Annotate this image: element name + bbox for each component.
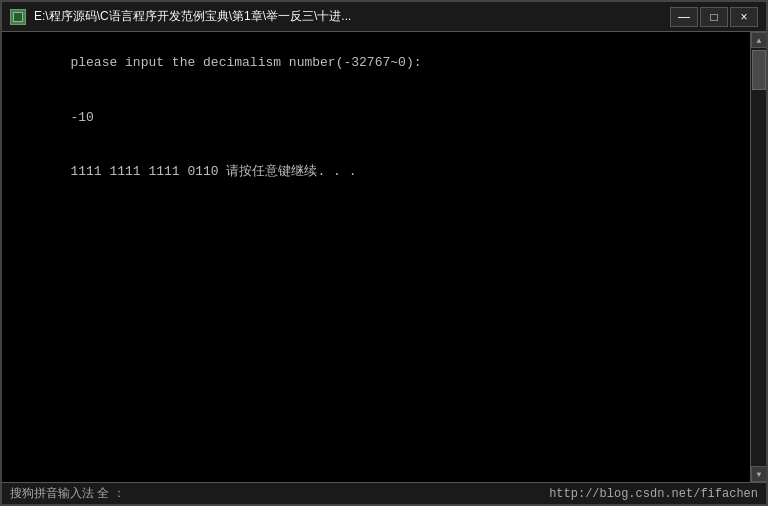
statusbar-ime: 搜狗拼音输入法 全 ： xyxy=(10,485,549,502)
titlebar: E:\程序源码\C语言程序开发范例宝典\第1章\举一反三\十进... — □ × xyxy=(2,2,766,32)
window-icon xyxy=(10,9,26,25)
minimize-button[interactable]: — xyxy=(670,7,698,27)
scrollbar-track xyxy=(751,48,766,466)
content-area: please input the decimalism number(-3276… xyxy=(2,32,766,482)
statusbar: 搜狗拼音输入法 全 ： http://blog.csdn.net/fifache… xyxy=(2,482,766,504)
window-icon-inner xyxy=(13,12,23,22)
window-title: E:\程序源码\C语言程序开发范例宝典\第1章\举一反三\十进... xyxy=(34,8,662,25)
window-controls: — □ × xyxy=(670,7,758,27)
scrollbar-thumb[interactable] xyxy=(752,50,766,90)
terminal-line2: -10 xyxy=(70,110,93,125)
close-button[interactable]: × xyxy=(730,7,758,27)
maximize-button[interactable]: □ xyxy=(700,7,728,27)
terminal-line3: 1111 1111 1111 0110 请按任意键继续. . . xyxy=(70,164,356,179)
terminal-text-block: please input the decimalism number(-3276… xyxy=(8,36,744,200)
terminal-line1: please input the decimalism number(-3276… xyxy=(70,55,421,70)
main-window: E:\程序源码\C语言程序开发范例宝典\第1章\举一反三\十进... — □ ×… xyxy=(0,0,768,506)
vertical-scrollbar[interactable]: ▲ ▼ xyxy=(750,32,766,482)
statusbar-url: http://blog.csdn.net/fifachen xyxy=(549,487,758,501)
scroll-down-button[interactable]: ▼ xyxy=(751,466,766,482)
scroll-up-button[interactable]: ▲ xyxy=(751,32,766,48)
terminal-output[interactable]: please input the decimalism number(-3276… xyxy=(2,32,750,482)
